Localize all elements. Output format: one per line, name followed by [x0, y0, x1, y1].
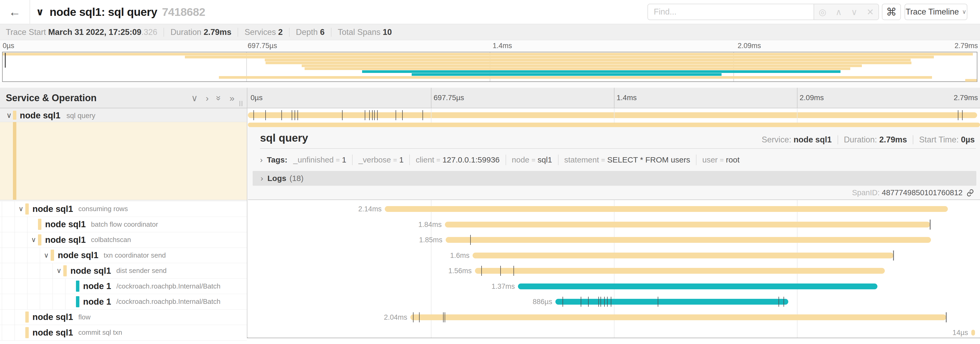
- service-color-bar: [25, 312, 29, 323]
- splitter-grip[interactable]: [239, 101, 244, 106]
- span-duration-bar[interactable]: [385, 206, 948, 212]
- indent-guide: [27, 263, 27, 278]
- span-duration-bar[interactable]: [475, 268, 885, 274]
- log-marker-tick: [294, 110, 295, 120]
- expand-one-icon[interactable]: ›: [206, 93, 208, 103]
- log-marker-tick: [598, 297, 599, 307]
- chevron-down-icon[interactable]: ∨: [56, 267, 63, 275]
- find-box[interactable]: [648, 4, 814, 20]
- log-marker-tick: [588, 297, 589, 307]
- span-duration-bar[interactable]: [446, 237, 931, 243]
- span-row-bar[interactable]: 2.04ms: [248, 310, 980, 325]
- minimap-span-bar: [219, 76, 932, 79]
- span-duration-label: 2.04ms: [384, 313, 407, 321]
- span-row-bar[interactable]: 2.14ms: [248, 201, 980, 217]
- log-marker-tick: [563, 297, 563, 307]
- span-duration-label: 14µs: [953, 329, 968, 337]
- log-marker-tick: [500, 266, 501, 276]
- chevron-down-icon[interactable]: ∨: [19, 205, 25, 213]
- span-duration-bar[interactable]: [555, 299, 788, 305]
- equals-sign: =: [720, 156, 724, 164]
- jaeger-trace-page: ← ∨ node sql1: sql query 7418682 ◎ ∧ ∨ ✕…: [0, 0, 980, 344]
- next-result-icon[interactable]: ∨: [851, 8, 858, 16]
- span-row-bar[interactable]: 886µs: [248, 294, 980, 310]
- span-duration-bar[interactable]: [518, 283, 877, 289]
- trace-meta-item: Depth 6: [296, 27, 325, 37]
- minimap-span-bar: [265, 59, 911, 61]
- span-row-bar[interactable]: 14µs: [248, 325, 980, 341]
- span-duration-bar[interactable]: [445, 222, 930, 227]
- span-row-bar[interactable]: 1.84ms: [248, 217, 980, 232]
- service-name: node sql1: [32, 328, 73, 338]
- span-row-bar[interactable]: 1.6ms: [248, 248, 980, 263]
- service-name: node sql1: [32, 204, 73, 214]
- operation-name: /cockroach.roachpb.Internal/Batch: [116, 298, 221, 306]
- chevron-down-icon[interactable]: ∨: [44, 251, 51, 259]
- divider: [289, 28, 290, 37]
- operation-name: colbatchscan: [91, 236, 131, 244]
- indent-guide: [65, 279, 65, 294]
- logs-accordion[interactable]: › Logs (18): [253, 171, 976, 186]
- indent-guide: [2, 279, 2, 294]
- clear-search-icon[interactable]: ✕: [867, 8, 874, 16]
- back-button[interactable]: ←: [0, 0, 30, 24]
- command-icon: ⌘: [886, 6, 897, 18]
- span-tree-row[interactable]: node sql1batch flow coordinator: [0, 217, 247, 232]
- locate-icon[interactable]: ◎: [819, 8, 826, 16]
- indent-guide: [14, 294, 15, 309]
- prev-result-icon[interactable]: ∧: [835, 8, 842, 16]
- span-duration-bar[interactable]: [248, 112, 977, 118]
- span-id-row: SpanID: 4877749850101760812: [852, 189, 974, 197]
- log-marker-tick: [607, 297, 608, 307]
- tags-accordion[interactable]: › Tags: _unfinished=1_verbose=1client=12…: [260, 152, 740, 167]
- service-value: node sql1: [794, 135, 832, 144]
- link-icon[interactable]: [966, 189, 974, 197]
- collapse-all-icon[interactable]: »: [214, 96, 224, 101]
- indent-guide: [2, 201, 2, 217]
- tag-value: 1: [399, 155, 404, 164]
- span-duration-label: 1.84ms: [418, 220, 442, 229]
- indent-guide: [2, 325, 2, 340]
- selected-span-bar[interactable]: [248, 123, 980, 127]
- span-row-bar[interactable]: 1.85ms: [248, 232, 980, 248]
- span-tree-row[interactable]: ∨node sql1txn coordinator send: [0, 248, 247, 263]
- span-tree-row[interactable]: node sql1flow: [0, 310, 247, 325]
- span-end-tick: [930, 219, 931, 230]
- span-tree-row[interactable]: node sql1commit sql txn: [0, 325, 247, 341]
- trace-meta-item: Duration 2.79ms: [170, 27, 231, 37]
- back-arrow-icon: ←: [9, 5, 21, 19]
- trace-id: 7418682: [162, 6, 205, 19]
- chevron-down-icon[interactable]: ∨: [31, 236, 38, 244]
- start-time-label: Start Time:: [919, 135, 961, 144]
- view-selector-button[interactable]: Trace Timeline ∨: [905, 4, 967, 20]
- span-duration-bar[interactable]: [971, 330, 975, 336]
- span-duration-bar[interactable]: [473, 253, 894, 258]
- minimap-left-scrubber[interactable]: [5, 53, 6, 68]
- keyboard-shortcuts-button[interactable]: ⌘: [882, 4, 901, 20]
- span-detail-title: sql query: [260, 132, 308, 144]
- span-row-bar[interactable]: 1.56ms: [248, 263, 980, 279]
- divider: [558, 155, 558, 165]
- expand-all-icon[interactable]: »: [229, 93, 234, 103]
- tick-label: 2.79ms: [954, 94, 978, 102]
- trace-collapse-toggle[interactable]: ∨: [36, 0, 44, 24]
- span-tree-row[interactable]: ∨node sql1colbatchscan: [0, 232, 247, 248]
- log-marker-tick: [604, 297, 605, 307]
- span-duration-bar[interactable]: [410, 314, 946, 320]
- span-row-bar[interactable]: 1.37ms: [248, 279, 980, 294]
- find-input[interactable]: [648, 4, 814, 19]
- span-tree-row[interactable]: ∨node sql1consuming rows: [0, 201, 247, 217]
- span-tree-row[interactable]: ∨node sql1dist sender send: [0, 263, 247, 279]
- span-tree-row[interactable]: node 1/cockroach.roachpb.Internal/Batch: [0, 294, 247, 310]
- find-controls: ◎ ∧ ∨ ✕: [814, 4, 879, 20]
- timeline-ruler: 0µs697.75µs1.4ms2.09ms2.79ms: [248, 88, 980, 108]
- log-marker-tick: [298, 110, 298, 120]
- minimap-span-bar: [266, 62, 912, 64]
- service-color-bar: [76, 281, 80, 292]
- collapse-one-icon[interactable]: ∨: [191, 93, 198, 103]
- chevron-down-icon[interactable]: ∨: [6, 108, 12, 122]
- span-tree-row[interactable]: node 1/cockroach.roachpb.Internal/Batch: [0, 279, 247, 294]
- span-tree-row-sql-query[interactable]: ∨ node sql1 sql query: [0, 108, 247, 122]
- trace-minimap[interactable]: [2, 52, 977, 82]
- column-splitter[interactable]: [247, 88, 247, 338]
